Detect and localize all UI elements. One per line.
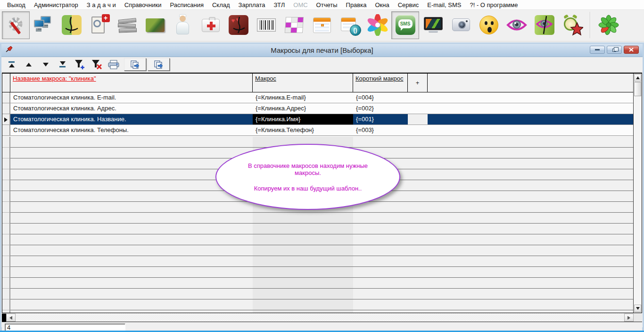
cell-macro-focused[interactable]: {=Клиника.Имя} — [253, 114, 353, 124]
close-icon — [629, 48, 634, 52]
menu-exit[interactable]: Выход — [3, 0, 30, 9]
horizontal-scroll-track[interactable] — [16, 314, 624, 322]
icq-flower-icon — [598, 14, 619, 36]
scroll-down-button[interactable] — [634, 305, 641, 312]
media-screen-button[interactable] — [419, 11, 447, 39]
computers-icon — [33, 14, 55, 36]
journals-button[interactable] — [113, 11, 141, 39]
menu-about[interactable]: ?! - О программе — [465, 0, 522, 9]
barcode-button[interactable] — [252, 11, 280, 39]
macros-grid: Название макроса: "клиника" Макрос Корот… — [2, 73, 642, 313]
admin-settings-button[interactable] — [2, 11, 30, 39]
menu-salary[interactable]: Зарплата — [234, 0, 270, 9]
camera-button[interactable] — [447, 11, 475, 39]
medcard-button[interactable]: + — [85, 11, 113, 39]
cell-name[interactable]: Стоматологическая клиника. Адрес. — [10, 103, 253, 114]
menu-schedules[interactable]: Расписания — [165, 0, 207, 9]
table-row[interactable]: Стоматологическая клиника. Адрес. {=Клин… — [2, 103, 642, 114]
alarm-star-button[interactable] — [558, 11, 586, 39]
minimize-button[interactable] — [590, 46, 605, 54]
column-header-short-macro[interactable]: Короткий макрос — [353, 74, 408, 92]
cell-name[interactable]: Стоматологическая клиника. E-mail. — [10, 92, 253, 103]
scroll-right-button[interactable] — [624, 314, 634, 322]
copy-macro-button[interactable] — [124, 58, 146, 71]
restore-button[interactable] — [607, 46, 622, 54]
scroll-up-button[interactable] — [634, 74, 641, 82]
row-gutter — [2, 114, 10, 124]
horizontal-scrollbar[interactable] — [2, 314, 642, 322]
table-row[interactable]: Стоматологическая клиника. Телефоны. {=К… — [2, 125, 642, 136]
first-record-button[interactable] — [5, 59, 18, 70]
cell-name[interactable]: Стоматологическая клиника. Название. — [10, 114, 253, 124]
cell-plus[interactable] — [408, 125, 428, 135]
grid-header-row: Название макроса: "клиника" Макрос Корот… — [2, 74, 642, 92]
finder-button[interactable] — [58, 11, 85, 39]
menu-email-sms[interactable]: E-mail, SMS — [423, 0, 465, 9]
cell-plus[interactable] — [408, 92, 428, 103]
eye-green-icon — [534, 14, 555, 36]
sms-button[interactable]: SMS — [391, 11, 419, 39]
copy-icon — [130, 60, 140, 69]
table-row-selected[interactable]: Стоматологическая клиника. Название. {=К… — [2, 114, 642, 125]
menu-edit[interactable]: Правка — [342, 0, 371, 9]
cell-plus[interactable] — [408, 103, 428, 114]
grid-nav-toolbar — [1, 57, 643, 72]
vertical-scrollbar[interactable] — [633, 74, 642, 313]
favorites-button[interactable]: ♥ ♥ — [224, 11, 252, 39]
staff-button[interactable] — [169, 11, 197, 39]
menu-directories[interactable]: Справочники — [120, 0, 166, 9]
calendar-clock-button[interactable]: () — [336, 11, 363, 39]
cell-short-macro[interactable]: {=001} — [353, 114, 408, 124]
menu-reports[interactable]: Отчеты — [312, 0, 342, 9]
calendar-button[interactable] — [308, 11, 336, 39]
column-header-plus[interactable]: + — [408, 74, 428, 92]
cell-empty — [428, 92, 642, 103]
scroll-left-button[interactable] — [6, 314, 16, 322]
workstations-button[interactable] — [30, 11, 58, 39]
tiles-button[interactable] — [280, 11, 308, 39]
copy-short-macro-button[interactable] — [148, 58, 170, 71]
prev-record-button[interactable] — [22, 59, 35, 70]
icq-button[interactable] — [594, 11, 622, 39]
menu-ztl[interactable]: ЗТЛ — [270, 0, 289, 9]
cell-macro[interactable]: {=Клиника.Телефон} — [253, 125, 353, 135]
menu-service[interactable]: Сервис — [394, 0, 423, 9]
close-button[interactable] — [624, 46, 639, 54]
barcode-icon — [256, 14, 277, 36]
view-eye-green-button[interactable] — [530, 11, 558, 39]
view-eye-button[interactable] — [503, 11, 530, 39]
main-toolbar: + ♥ ♥ — [0, 10, 644, 42]
cell-short-macro[interactable]: {=003} — [353, 125, 408, 135]
menu-warehouse[interactable]: Склад — [208, 0, 234, 9]
next-record-button[interactable] — [39, 59, 52, 70]
cell-macro[interactable]: {=Клиника.E-mail} — [253, 92, 353, 103]
table-row[interactable]: Стоматологическая клиника. E-mail. {=Кли… — [2, 92, 642, 103]
column-header-empty — [428, 74, 642, 92]
column-header-macro[interactable]: Макрос — [253, 74, 353, 92]
column-header-name[interactable]: Название макроса: "клиника" — [10, 74, 253, 92]
clear-filter-button[interactable] — [90, 59, 103, 70]
emoji-button[interactable] — [475, 11, 503, 39]
grid-empty-gutter — [2, 137, 10, 313]
menu-tasks[interactable]: З а д а ч и — [83, 0, 120, 9]
minimize-icon — [595, 49, 600, 50]
firstaid-button[interactable] — [197, 11, 224, 39]
pin-icon[interactable] — [5, 46, 13, 55]
print-button[interactable] — [107, 59, 120, 70]
horizontal-scroll-thumb[interactable] — [2, 314, 6, 322]
cell-name[interactable]: Стоматологическая клиника. Телефоны. — [10, 125, 253, 135]
cell-short-macro[interactable]: {=004} — [353, 92, 408, 103]
surprised-face-icon — [478, 14, 500, 36]
scrollbar-corner — [634, 314, 642, 322]
cell-plus[interactable] — [408, 114, 428, 124]
menu-windows[interactable]: Окна — [371, 0, 393, 9]
last-record-button[interactable] — [56, 59, 69, 70]
pinwheel-button[interactable] — [363, 11, 391, 39]
set-filter-button[interactable] — [73, 59, 86, 70]
map-folder-button[interactable] — [141, 11, 169, 39]
cell-short-macro[interactable]: {=002} — [353, 103, 408, 114]
menu-administrator[interactable]: Администратор — [30, 0, 83, 9]
cell-macro[interactable]: {=Клиника.Адрес} — [253, 103, 353, 114]
cell-empty — [428, 114, 642, 124]
vertical-scroll-thumb[interactable] — [634, 82, 641, 96]
